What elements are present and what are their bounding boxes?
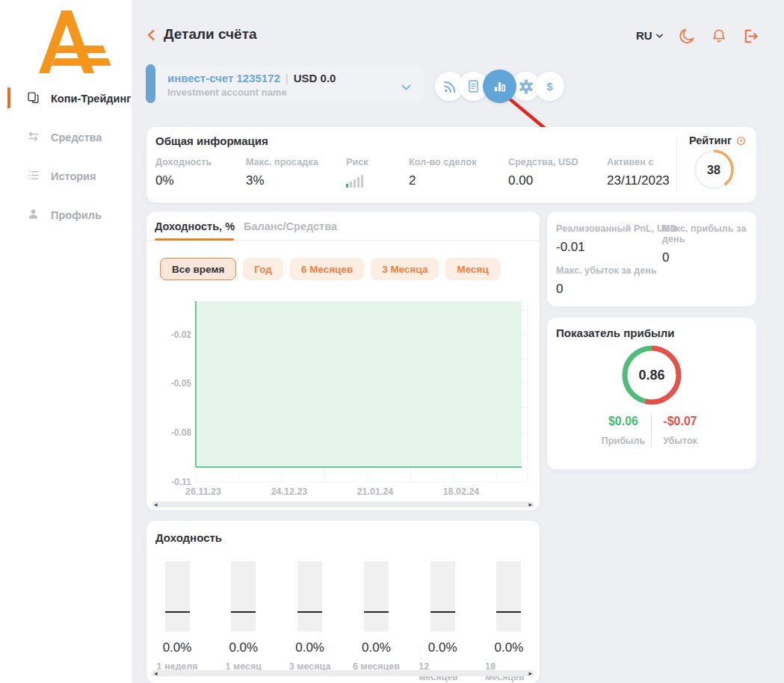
return-bar-1w: 0.0% 1 неделя [153,561,201,682]
brand-logo-icon [39,10,114,76]
logout-icon[interactable] [741,28,759,48]
risk-level-icon [346,175,368,188]
sidebar: Копи-Трейдинг Средства История [0,0,132,683]
account-name: инвест-счет 1235172 [167,72,280,84]
profit-column: $0.06 Прибыль [595,415,652,446]
performance-chart-card: Доходность, % Баланс/Средства Все время … [146,211,540,510]
return-bar-3m: 0.0% 3 месяца [286,561,334,682]
y-tick: -0.02 [171,330,192,340]
sidebar-item-label: Копи-Трейдинг [51,93,131,105]
app-window: Копи-Трейдинг Средства История [0,0,784,683]
stat-profitability: Доходность 0% [155,157,212,188]
theme-toggle-moon-icon[interactable] [679,28,696,48]
document-icon [466,79,481,93]
profit-loss-donut: 0.86 [620,343,684,407]
x-tick: 21.01.24 [357,486,394,497]
stat-max-drawdown: Макс. просадка 3% [246,157,318,188]
loss-value: -$0.07 [652,415,709,428]
dollar-icon: $ [546,80,552,93]
rating-gauge: 38 [692,148,735,191]
bar [364,561,389,631]
x-tick: 26.11.23 [185,486,221,497]
card-title: Общая информация [155,135,268,147]
divider [651,413,652,448]
returns-horizontal-scrollbar[interactable]: ◂ ▸ [152,670,534,676]
x-tick: 24.12.23 [271,486,308,497]
divider [676,137,677,191]
active-tab-indicator [155,238,234,241]
scroll-left-icon[interactable]: ◂ [154,499,158,510]
page-title: Детали счёта [164,26,257,43]
y-tick: -0.05 [171,378,192,389]
stat-trade-count: Кол-во сделок 2 [409,157,477,188]
bar [231,561,256,631]
bar [496,561,521,631]
rss-icon [442,79,457,94]
filter-6-months[interactable]: 6 Месяцев [290,258,364,280]
profit-label: Прибыль [595,436,652,446]
realized-pnl: Реализованный PnL, USD -0.01 [556,223,677,255]
loss-column: -$0.07 Убыток [652,415,709,446]
copy-icon [27,91,40,107]
filter-year[interactable]: Год [243,258,283,280]
tab-balance-funds[interactable]: Баланс/Средства [244,220,337,232]
sidebar-item-history[interactable]: История [7,165,132,188]
stat-funds: Средства, USD 0.00 [508,157,578,188]
filter-all-time[interactable]: Все время [160,258,236,280]
bar [165,561,190,631]
statistics-chart-button[interactable] [483,69,516,103]
language-selector[interactable]: RU [636,29,663,42]
profitability-area-chart: -0.02 -0.05 -0.08 -0.11 26.11.23 24.12.2… [152,291,534,497]
chevron-down-icon [401,80,411,93]
transfer-icon [27,130,40,146]
info-icon[interactable] [736,136,746,146]
y-tick: -0.08 [171,427,192,438]
loss-label: Убыток [652,436,709,446]
scroll-right-icon[interactable]: ▸ [528,499,532,510]
sidebar-item-profile[interactable]: Профиль [7,204,132,226]
sidebar-item-label: Профиль [51,209,102,221]
return-bar-6m: 0.0% 6 месяцев [352,561,400,682]
returns-by-period-card: Доходность 0.0% 1 неделя 0.0% 1 месяц 0.… [146,521,540,683]
profile-icon [27,208,40,223]
back-button[interactable] [146,29,155,44]
area-fill [196,301,522,467]
tab-profitability[interactable]: Доходность, % [155,220,235,232]
rating-value: 38 [707,164,720,176]
x-tick: 18.02.24 [443,486,480,497]
list-icon [27,169,40,185]
bar [297,561,322,631]
notifications-bell-icon[interactable] [711,28,727,48]
account-balance: USD 0.0 [294,72,336,84]
max-daily-loss: Макс. убыток за день 0 [556,265,657,297]
chart-horizontal-scrollbar[interactable]: ◂ ▸ [152,501,534,507]
sidebar-item-copy-trading[interactable]: Копи-Трейдинг [7,87,132,110]
language-label: RU [636,29,652,42]
pnl-card: Реализованный PnL, USD -0.01 Макс. прибы… [547,211,756,306]
y-tick: -0.11 [171,477,191,487]
general-info-card: Общая информация Доходность 0% Макс. про… [146,127,756,203]
fees-dollar-button[interactable]: $ [535,72,564,101]
filter-month[interactable]: Месяц [445,258,499,280]
profit-value: $0.06 [595,415,652,428]
scroll-left-icon[interactable]: ◂ [154,668,158,679]
profit-ratio-value: 0.86 [638,368,664,383]
bar [430,561,455,631]
account-selector[interactable]: инвест-счет 1235172 | USD 0.0 Investment… [146,66,423,102]
filter-3-months[interactable]: 3 Месяца [371,258,439,280]
sidebar-item-label: Средства [51,132,102,143]
scroll-right-icon[interactable]: ▸ [528,668,532,679]
gear-icon [519,79,534,94]
card-title: Показатель прибыли [556,327,674,339]
account-action-buttons: $ [435,69,564,103]
sidebar-item-funds[interactable]: Средства [7,126,132,149]
return-bar-1m: 0.0% 1 месяц [220,561,268,682]
account-color-tag [146,64,155,103]
stat-risk: Риск [346,157,368,188]
bar-chart-icon [492,78,507,94]
profit-indicator-card: Показатель прибыли 0.86 $0.06 Прибыль -$… [547,318,756,469]
return-bar-18m: 0.0% 18 месяцев [485,561,533,682]
rating-label: Рейтинг [689,135,732,146]
card-title: Доходность [155,531,222,544]
time-range-filters: Все время Год 6 Месяцев 3 Месяца Месяц [160,258,500,280]
